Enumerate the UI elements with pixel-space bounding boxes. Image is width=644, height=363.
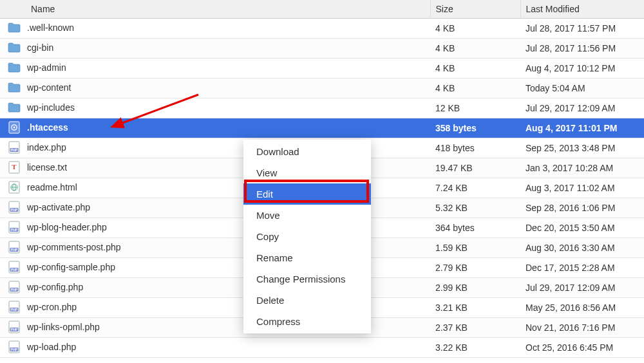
cell-name[interactable]: wp-content — [0, 79, 430, 97]
cell-modified: Dec 20, 2015 3:50 AM — [520, 218, 644, 238]
cell-size: 364 bytes — [430, 218, 520, 238]
cell-size: 3.22 KB — [430, 338, 520, 358]
file-name: cgi-bin — [27, 42, 53, 53]
table-row[interactable]: .well-known4 KBJul 28, 2017 11:57 PM — [0, 19, 644, 39]
folder-icon — [8, 22, 21, 33]
php-icon: PHP — [8, 281, 21, 293]
file-name: wp-config.php — [27, 282, 83, 292]
cell-modified: Aug 3, 2017 11:02 AM — [520, 178, 644, 198]
context-menu: DownloadViewEditMoveCopyRenameChange Per… — [243, 140, 371, 333]
table-row[interactable]: PHPwp-load.php3.22 KBOct 25, 2016 6:45 P… — [0, 338, 644, 358]
cell-size: 2.37 KB — [430, 318, 520, 338]
php-icon: PHP — [8, 321, 21, 333]
cell-size: 4 KB — [430, 39, 520, 59]
file-name: wp-activate.php — [27, 202, 90, 212]
context-menu-item-edit[interactable]: Edit — [243, 183, 371, 205]
file-name: wp-load.php — [27, 342, 76, 352]
php-icon: PHP — [8, 301, 21, 313]
cell-modified: Sep 25, 2013 3:48 PM — [520, 138, 644, 158]
txt-icon: T — [8, 162, 21, 173]
context-menu-item-download[interactable]: Download — [243, 141, 371, 162]
file-name: .htaccess — [27, 122, 68, 133]
cell-size: 1.59 KB — [430, 238, 520, 258]
file-name: wp-config-sample.php — [27, 262, 115, 272]
table-row[interactable]: wp-content4 KBToday 5:04 AM — [0, 79, 644, 98]
file-name: license.txt — [27, 162, 67, 172]
cell-modified: Oct 25, 2016 6:45 PM — [520, 338, 644, 358]
cell-modified: Nov 21, 2016 7:16 PM — [520, 318, 644, 338]
context-menu-item-change-permissions[interactable]: Change Permissions — [243, 268, 371, 290]
folder-icon — [8, 62, 21, 73]
cell-size: 358 bytes — [430, 118, 520, 138]
file-name: index.php — [27, 142, 66, 153]
svg-text:PHP: PHP — [11, 328, 18, 331]
cell-modified: Dec 17, 2015 2:28 AM — [520, 258, 644, 278]
svg-text:PHP: PHP — [11, 248, 18, 252]
cell-modified: Jul 29, 2017 12:09 AM — [520, 98, 644, 118]
svg-text:PHP: PHP — [11, 288, 18, 292]
cell-modified: Jul 28, 2017 11:56 PM — [520, 39, 644, 59]
cell-name[interactable]: .well-known — [0, 19, 430, 37]
folder-icon — [8, 102, 21, 113]
cell-size: 5.32 KB — [430, 198, 520, 218]
cell-size: 2.79 KB — [430, 258, 520, 278]
file-name: wp-content — [27, 82, 71, 93]
table-row[interactable]: cgi-bin4 KBJul 28, 2017 11:56 PM — [0, 39, 644, 59]
svg-text:PHP: PHP — [11, 268, 18, 272]
context-menu-item-copy[interactable]: Copy — [243, 226, 371, 247]
cell-name[interactable]: wp-admin — [0, 59, 430, 77]
file-name: readme.html — [27, 182, 77, 192]
cell-modified: Today 5:04 AM — [520, 79, 644, 98]
cell-modified: Aug 4, 2017 10:12 PM — [520, 59, 644, 79]
context-menu-item-compress[interactable]: Compress — [243, 311, 371, 332]
php-icon: PHP — [8, 201, 21, 213]
svg-text:PHP: PHP — [11, 348, 18, 351]
context-menu-item-view[interactable]: View — [243, 162, 371, 183]
column-header-name[interactable]: Name — [0, 0, 430, 19]
file-name: wp-cron.php — [27, 302, 77, 312]
folder-icon — [8, 82, 21, 93]
folder-icon — [8, 42, 21, 53]
cell-modified: Aug 30, 2016 3:30 AM — [520, 238, 644, 258]
cell-name[interactable]: cgi-bin — [0, 39, 430, 57]
cell-size: 4 KB — [430, 19, 520, 39]
cell-modified: Jan 3, 2017 10:28 AM — [520, 158, 644, 178]
php-icon: PHP — [8, 221, 21, 233]
cell-name[interactable]: .htaccess — [0, 118, 430, 136]
table-row[interactable]: wp-admin4 KBAug 4, 2017 10:12 PM — [0, 59, 644, 79]
context-menu-item-rename[interactable]: Rename — [243, 247, 371, 268]
cell-modified: Aug 4, 2017 11:01 PM — [520, 118, 644, 138]
cell-size: 4 KB — [430, 59, 520, 79]
php-icon: PHP — [8, 261, 21, 273]
column-header-modified[interactable]: Last Modified — [520, 0, 644, 19]
cell-size: 418 bytes — [430, 138, 520, 158]
cell-size: 3.21 KB — [430, 298, 520, 318]
table-row[interactable]: wp-includes12 KBJul 29, 2017 12:09 AM — [0, 98, 644, 118]
svg-text:PHP: PHP — [11, 148, 18, 152]
file-name: .well-known — [27, 23, 74, 33]
php-icon: PHP — [8, 142, 21, 153]
svg-text:T: T — [12, 163, 17, 171]
svg-text:PHP: PHP — [11, 308, 18, 312]
context-menu-item-move[interactable]: Move — [243, 205, 371, 226]
php-icon: PHP — [8, 341, 21, 353]
cell-modified: Jul 29, 2017 12:09 AM — [520, 278, 644, 298]
file-name: wp-includes — [27, 102, 75, 113]
cell-size: 12 KB — [430, 98, 520, 118]
cell-name[interactable]: PHPwp-load.php — [0, 338, 430, 356]
html-icon — [8, 182, 21, 193]
file-name: wp-admin — [27, 62, 66, 73]
context-menu-item-delete[interactable]: Delete — [243, 290, 371, 311]
cell-size: 2.99 KB — [430, 278, 520, 298]
svg-point-2 — [14, 127, 15, 129]
cell-modified: Jul 28, 2017 11:57 PM — [520, 19, 644, 39]
table-row[interactable]: .htaccess358 bytesAug 4, 2017 11:01 PM — [0, 118, 644, 138]
table-header-row: Name Size Last Modified — [0, 0, 644, 19]
file-name: wp-comments-post.php — [27, 242, 121, 252]
system-icon — [8, 122, 21, 133]
column-header-size[interactable]: Size — [430, 0, 520, 19]
cell-size: 4 KB — [430, 79, 520, 98]
cell-modified: Sep 28, 2016 1:06 PM — [520, 198, 644, 218]
cell-name[interactable]: wp-includes — [0, 98, 430, 116]
svg-text:PHP: PHP — [11, 208, 18, 212]
